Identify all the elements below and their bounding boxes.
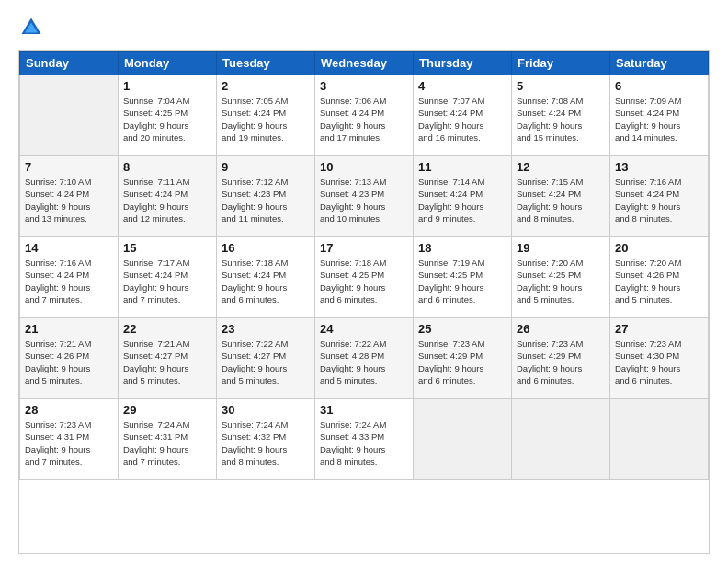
day-header-thursday: Thursday	[414, 52, 512, 75]
day-info: Sunrise: 7:12 AM Sunset: 4:23 PM Dayligh…	[222, 176, 310, 224]
day-number: 10	[320, 160, 408, 174]
day-info: Sunrise: 7:20 AM Sunset: 4:25 PM Dayligh…	[517, 257, 605, 305]
day-number: 12	[517, 160, 605, 174]
calendar-cell: 7Sunrise: 7:10 AM Sunset: 4:24 PM Daylig…	[20, 156, 119, 237]
day-header-saturday: Saturday	[610, 52, 709, 75]
calendar-header-row: SundayMondayTuesdayWednesdayThursdayFrid…	[20, 52, 709, 75]
day-number: 2	[222, 79, 310, 93]
calendar-week-1: 1Sunrise: 7:04 AM Sunset: 4:25 PM Daylig…	[20, 75, 709, 156]
day-number: 17	[320, 241, 408, 255]
calendar-week-4: 21Sunrise: 7:21 AM Sunset: 4:26 PM Dayli…	[20, 318, 709, 399]
day-number: 24	[320, 322, 408, 336]
day-number: 13	[615, 160, 703, 174]
day-info: Sunrise: 7:17 AM Sunset: 4:24 PM Dayligh…	[123, 257, 211, 305]
calendar-cell: 30Sunrise: 7:24 AM Sunset: 4:32 PM Dayli…	[217, 399, 315, 480]
day-info: Sunrise: 7:20 AM Sunset: 4:26 PM Dayligh…	[615, 257, 703, 305]
day-info: Sunrise: 7:21 AM Sunset: 4:27 PM Dayligh…	[123, 338, 211, 386]
day-info: Sunrise: 7:09 AM Sunset: 4:24 PM Dayligh…	[615, 95, 703, 144]
day-number: 30	[222, 403, 310, 417]
calendar-cell: 26Sunrise: 7:23 AM Sunset: 4:29 PM Dayli…	[512, 318, 610, 399]
day-number: 16	[222, 241, 310, 255]
day-info: Sunrise: 7:21 AM Sunset: 4:26 PM Dayligh…	[25, 338, 113, 386]
day-info: Sunrise: 7:13 AM Sunset: 4:23 PM Dayligh…	[320, 176, 408, 224]
day-number: 9	[222, 160, 310, 174]
day-info: Sunrise: 7:05 AM Sunset: 4:24 PM Dayligh…	[222, 95, 310, 144]
day-header-friday: Friday	[512, 52, 610, 75]
day-info: Sunrise: 7:18 AM Sunset: 4:24 PM Dayligh…	[222, 257, 310, 305]
day-number: 31	[320, 403, 408, 417]
calendar-cell	[512, 399, 610, 480]
calendar-cell	[610, 399, 709, 480]
day-number: 27	[615, 322, 703, 336]
calendar-cell: 5Sunrise: 7:08 AM Sunset: 4:24 PM Daylig…	[512, 75, 610, 156]
day-info: Sunrise: 7:11 AM Sunset: 4:24 PM Dayligh…	[123, 176, 211, 224]
day-number: 28	[25, 403, 113, 417]
calendar-cell	[20, 75, 119, 156]
calendar-cell: 12Sunrise: 7:15 AM Sunset: 4:24 PM Dayli…	[512, 156, 610, 237]
calendar-cell: 23Sunrise: 7:22 AM Sunset: 4:27 PM Dayli…	[217, 318, 315, 399]
calendar-cell: 28Sunrise: 7:23 AM Sunset: 4:31 PM Dayli…	[20, 399, 119, 480]
day-number: 11	[418, 160, 506, 174]
logo-icon	[18, 15, 44, 40]
calendar-cell: 17Sunrise: 7:18 AM Sunset: 4:25 PM Dayli…	[315, 237, 414, 318]
day-info: Sunrise: 7:24 AM Sunset: 4:33 PM Dayligh…	[320, 419, 408, 467]
calendar-cell: 25Sunrise: 7:23 AM Sunset: 4:29 PM Dayli…	[414, 318, 512, 399]
day-number: 3	[320, 79, 408, 93]
day-info: Sunrise: 7:16 AM Sunset: 4:24 PM Dayligh…	[615, 176, 703, 224]
calendar-cell: 18Sunrise: 7:19 AM Sunset: 4:25 PM Dayli…	[414, 237, 512, 318]
calendar-week-3: 14Sunrise: 7:16 AM Sunset: 4:24 PM Dayli…	[20, 237, 709, 318]
calendar-cell: 24Sunrise: 7:22 AM Sunset: 4:28 PM Dayli…	[315, 318, 414, 399]
day-info: Sunrise: 7:19 AM Sunset: 4:25 PM Dayligh…	[418, 257, 506, 305]
calendar-cell: 21Sunrise: 7:21 AM Sunset: 4:26 PM Dayli…	[20, 318, 119, 399]
day-header-monday: Monday	[119, 52, 217, 75]
day-number: 1	[123, 79, 211, 93]
calendar-cell: 15Sunrise: 7:17 AM Sunset: 4:24 PM Dayli…	[119, 237, 217, 318]
calendar-cell: 9Sunrise: 7:12 AM Sunset: 4:23 PM Daylig…	[217, 156, 315, 237]
day-info: Sunrise: 7:24 AM Sunset: 4:32 PM Dayligh…	[222, 419, 310, 467]
day-number: 29	[123, 403, 211, 417]
calendar-cell	[414, 399, 512, 480]
day-info: Sunrise: 7:10 AM Sunset: 4:24 PM Dayligh…	[25, 176, 113, 224]
day-number: 25	[418, 322, 506, 336]
day-number: 26	[517, 322, 605, 336]
day-number: 18	[418, 241, 506, 255]
calendar-cell: 19Sunrise: 7:20 AM Sunset: 4:25 PM Dayli…	[512, 237, 610, 318]
header	[18, 15, 710, 40]
day-number: 5	[517, 79, 605, 93]
day-info: Sunrise: 7:23 AM Sunset: 4:29 PM Dayligh…	[418, 338, 506, 386]
calendar-cell: 2Sunrise: 7:05 AM Sunset: 4:24 PM Daylig…	[217, 75, 315, 156]
calendar-cell: 31Sunrise: 7:24 AM Sunset: 4:33 PM Dayli…	[315, 399, 414, 480]
day-number: 19	[517, 241, 605, 255]
calendar-cell: 27Sunrise: 7:23 AM Sunset: 4:30 PM Dayli…	[610, 318, 709, 399]
page: SundayMondayTuesdayWednesdayThursdayFrid…	[0, 0, 728, 563]
calendar-cell: 10Sunrise: 7:13 AM Sunset: 4:23 PM Dayli…	[315, 156, 414, 237]
day-info: Sunrise: 7:14 AM Sunset: 4:24 PM Dayligh…	[418, 176, 506, 224]
calendar-cell: 1Sunrise: 7:04 AM Sunset: 4:25 PM Daylig…	[119, 75, 217, 156]
day-number: 20	[615, 241, 703, 255]
calendar-cell: 16Sunrise: 7:18 AM Sunset: 4:24 PM Dayli…	[217, 237, 315, 318]
calendar-week-5: 28Sunrise: 7:23 AM Sunset: 4:31 PM Dayli…	[20, 399, 709, 480]
calendar-cell: 8Sunrise: 7:11 AM Sunset: 4:24 PM Daylig…	[119, 156, 217, 237]
day-number: 23	[222, 322, 310, 336]
calendar-cell: 6Sunrise: 7:09 AM Sunset: 4:24 PM Daylig…	[610, 75, 709, 156]
day-info: Sunrise: 7:22 AM Sunset: 4:28 PM Dayligh…	[320, 338, 408, 386]
day-number: 15	[123, 241, 211, 255]
day-info: Sunrise: 7:15 AM Sunset: 4:24 PM Dayligh…	[517, 176, 605, 224]
calendar-cell: 22Sunrise: 7:21 AM Sunset: 4:27 PM Dayli…	[119, 318, 217, 399]
calendar-cell: 4Sunrise: 7:07 AM Sunset: 4:24 PM Daylig…	[414, 75, 512, 156]
day-number: 21	[25, 322, 113, 336]
day-info: Sunrise: 7:07 AM Sunset: 4:24 PM Dayligh…	[418, 95, 506, 144]
calendar-cell: 3Sunrise: 7:06 AM Sunset: 4:24 PM Daylig…	[315, 75, 414, 156]
day-info: Sunrise: 7:06 AM Sunset: 4:24 PM Dayligh…	[320, 95, 408, 144]
day-number: 6	[615, 79, 703, 93]
day-info: Sunrise: 7:18 AM Sunset: 4:25 PM Dayligh…	[320, 257, 408, 305]
calendar-body: 1Sunrise: 7:04 AM Sunset: 4:25 PM Daylig…	[20, 75, 709, 480]
calendar-cell: 13Sunrise: 7:16 AM Sunset: 4:24 PM Dayli…	[610, 156, 709, 237]
day-info: Sunrise: 7:24 AM Sunset: 4:31 PM Dayligh…	[123, 419, 211, 467]
day-header-wednesday: Wednesday	[315, 52, 414, 75]
day-number: 7	[25, 160, 113, 174]
day-number: 14	[25, 241, 113, 255]
calendar: SundayMondayTuesdayWednesdayThursdayFrid…	[18, 50, 710, 554]
logo	[18, 15, 48, 40]
day-number: 22	[123, 322, 211, 336]
